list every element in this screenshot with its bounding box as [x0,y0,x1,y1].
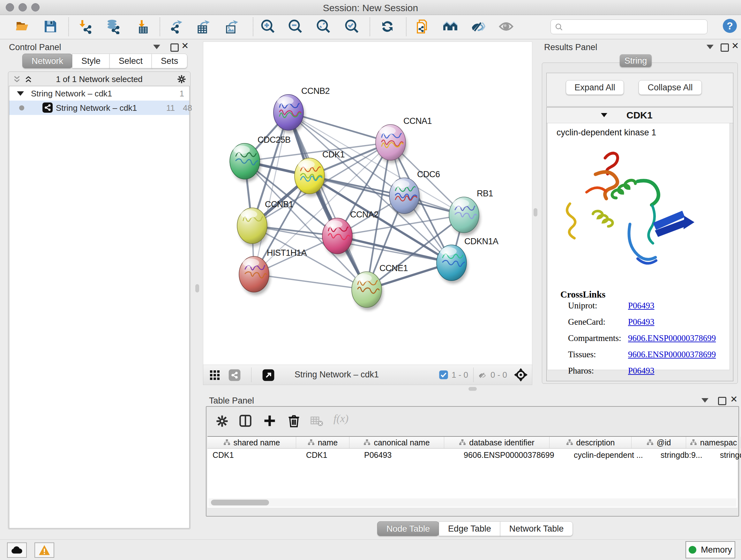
cell-name[interactable]: CDK1 [301,449,359,461]
cell--id[interactable]: stringdb:9... [656,449,715,461]
gear-icon[interactable] [215,415,229,428]
zoom-out-icon[interactable] [288,19,303,34]
tab-network-table[interactable]: Network Table [500,521,573,536]
table-horizontal-scrollbar[interactable] [208,498,737,507]
cell-description[interactable]: cyclin-dependent ... [569,449,656,461]
show-hidden-icon[interactable] [498,19,514,34]
delete-table-icon[interactable] [311,416,323,427]
tab-string[interactable]: String [620,54,652,67]
function-icon[interactable]: f(x) [333,413,348,425]
search-input[interactable] [565,21,703,33]
import-network-icon[interactable] [79,19,94,34]
crosslink-value-link[interactable]: 9606.ENSP00000378699 [628,333,716,343]
column-header--id[interactable]: @id [631,437,686,448]
help-icon[interactable]: ? [722,18,738,34]
control-panel-float-icon[interactable] [171,44,179,53]
protein-collapse-icon[interactable] [601,113,607,117]
birdseye-icon[interactable] [514,368,528,382]
import-database-icon[interactable] [106,19,121,34]
columns-icon[interactable] [239,414,253,428]
crosslink-value-link[interactable]: P06493 [628,366,655,376]
export-image-icon[interactable] [224,19,239,34]
edge-CCNB2-CCNE1[interactable] [288,112,367,290]
edge-HIST1H1A-CCNE1[interactable] [254,274,367,290]
right-splitter-handle[interactable] [534,208,537,216]
bottom-splitter-handle[interactable] [468,387,477,391]
node-CCNB2[interactable] [273,95,305,133]
export-table-icon[interactable] [196,19,211,34]
trash-icon[interactable] [287,414,301,428]
save-session-icon[interactable] [43,19,58,34]
network-row[interactable]: String Network – cdk1 11 48 [9,101,189,115]
cell-shared-name[interactable]: CDK1 [207,449,301,461]
control-panel-close-icon[interactable]: ✕ [181,43,189,49]
tab-sets[interactable]: Sets [151,54,187,68]
tab-node-table[interactable]: Node Table [377,521,439,536]
expand-all-button[interactable]: Expand All [566,80,624,95]
collapse-all-button[interactable]: Collapse All [638,80,702,95]
column-header-database-identifier[interactable]: database identifier [444,437,549,448]
node-HIST1H1A[interactable] [239,256,270,295]
edge-CCNA2-CDKN1A[interactable] [337,236,452,263]
table-panel-collapse-icon[interactable] [701,398,709,404]
cloud-button[interactable] [7,543,27,558]
cell-canonical-name[interactable]: P06493 [359,449,459,461]
node-CDK1[interactable] [294,158,326,197]
network-canvas[interactable]: CCNB2CCNA1CDC25BCDK1CDC6RB1CCNB1CCNA2CDK… [203,42,532,365]
memory-button[interactable]: Memory [685,541,735,558]
search-field[interactable] [550,19,708,34]
cell-namespac[interactable]: stringdb [715,449,741,461]
column-header-name[interactable]: name [296,437,349,448]
export-network-icon[interactable] [168,19,184,34]
tab-style[interactable]: Style [72,54,110,68]
scrollbar-thumb[interactable] [211,500,269,505]
left-splitter-handle[interactable] [195,284,199,293]
column-header-shared-name[interactable]: shared name [207,437,296,448]
results-panel-collapse-icon[interactable] [706,45,714,51]
node-CDKN1A[interactable] [436,245,468,284]
results-panel-float-icon[interactable] [721,44,729,53]
control-panel-collapse-icon[interactable] [153,45,160,51]
import-table-icon[interactable] [135,19,150,34]
zoom-in-icon[interactable] [260,19,276,34]
node-CDC6[interactable] [389,178,421,216]
zoom-selected-icon[interactable] [344,19,360,34]
column-header-description[interactable]: description [549,437,631,448]
tab-select[interactable]: Select [110,54,152,68]
selected-checkbox[interactable] [439,370,448,380]
results-panel-close-icon[interactable]: ✕ [731,43,739,49]
crosslink-value-link[interactable]: P06493 [628,317,655,327]
node-CCNE1[interactable] [352,272,383,310]
network-view-title: String Network – cdk1 [294,370,379,380]
collection-expand-icon[interactable] [17,91,24,96]
table-row[interactable]: CDK1CDK1P064939606.ENSP00000378699cyclin… [207,449,738,461]
node-CCNA2[interactable] [322,218,354,257]
node-RB1[interactable] [449,197,480,236]
tab-edge-table[interactable]: Edge Table [439,521,500,536]
protein-card-header[interactable]: CDK1 [547,108,733,123]
add-icon[interactable] [263,414,277,428]
zoom-fit-icon[interactable] [316,19,331,34]
crosslink-value-link[interactable]: 9606.ENSP00000378699 [628,350,716,360]
refresh-icon[interactable] [380,19,395,34]
network-collection-row[interactable]: String Network – cdk1 1 [9,86,189,101]
open-session-icon[interactable] [15,19,30,34]
crosslink-value-link[interactable]: P06493 [628,301,655,311]
warning-button[interactable] [35,543,54,558]
duplicate-network-icon[interactable] [414,19,429,34]
node-CCNB1[interactable] [237,208,268,246]
cell-database-identifier[interactable]: 9606.ENSP00000378699 [459,449,569,461]
hide-selected-icon[interactable] [471,19,486,34]
table-panel-float-icon[interactable] [718,397,726,407]
column-header-namespac[interactable]: namespac [686,437,741,448]
results-buttons-card: Expand All Collapse All [546,73,733,107]
gear-icon[interactable] [177,74,186,84]
node-CCNA1[interactable] [376,125,407,163]
tab-network[interactable]: Network [22,54,72,68]
column-header-canonical-name[interactable]: canonical name [349,437,444,448]
share-view-icon[interactable] [228,369,241,381]
grid-view-icon[interactable] [209,369,220,381]
houses-icon[interactable] [443,19,458,34]
open-external-icon[interactable] [262,369,275,381]
table-panel-close-icon[interactable]: ✕ [730,396,738,402]
